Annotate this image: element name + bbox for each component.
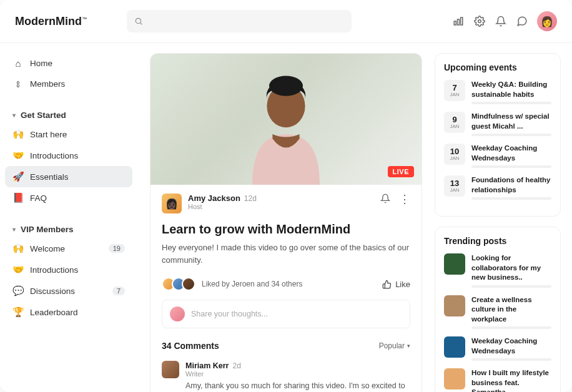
event-title: Foundations of healthy relationships	[471, 175, 551, 195]
nav-label: Essentials	[30, 172, 69, 182]
caret-icon: ▾	[12, 112, 16, 119]
trending-item[interactable]: Looking for collaborators for my new bus…	[444, 253, 551, 288]
nav-icon: ⌂	[12, 58, 24, 69]
event-bar	[471, 102, 551, 104]
event-item[interactable]: 13JAN Foundations of healthy relationshi…	[444, 175, 551, 200]
event-bar	[471, 197, 551, 200]
svg-line-1	[141, 23, 142, 25]
trending-item[interactable]: How I built my lifestyle business feat. …	[444, 368, 551, 392]
nav-icon: 🤝	[12, 264, 24, 275]
nav-item-start-here[interactable]: 🙌Start here	[5, 124, 132, 145]
nav-item-essentials[interactable]: 🚀Essentials	[5, 166, 132, 187]
comment-author[interactable]: Miriam Kerr	[185, 361, 229, 370]
event-date: 7JAN	[444, 80, 465, 101]
live-badge: LIVE	[388, 166, 414, 177]
svg-point-5	[478, 20, 481, 23]
post-author-role: Host	[188, 203, 257, 210]
event-bar	[471, 165, 551, 168]
trending-title: Looking for collaborators for my new bus…	[471, 253, 551, 283]
main-content: LIVE 👩🏿 Amy Jackson12d Host ⋮ Learn to g…	[137, 43, 435, 392]
trending-thumb	[444, 336, 465, 358]
nav-item-introductions[interactable]: 🤝Introductions	[5, 259, 132, 280]
user-avatar[interactable]: 👩	[537, 11, 557, 31]
nav-icon: 🙌	[12, 129, 24, 140]
event-item[interactable]: 10JAN Weekday Coaching Wednesdays	[444, 144, 551, 168]
post-author-name[interactable]: Amy Jackson	[188, 194, 240, 203]
nav-label: Start here	[30, 130, 67, 139]
search-input[interactable]	[127, 10, 352, 32]
more-icon[interactable]: ⋮	[399, 197, 410, 202]
post-author-avatar[interactable]: 👩🏿	[162, 194, 182, 213]
comment-avatar[interactable]	[162, 361, 179, 378]
messages-icon[interactable]	[516, 15, 528, 27]
nav-section-get-started[interactable]: ▾Get Started	[5, 107, 132, 124]
nav-label: Discussions	[30, 287, 75, 296]
events-panel-title: Upcoming events	[444, 62, 551, 72]
nav-label: Introductions	[30, 265, 78, 275]
nav-item-members[interactable]: ⩉Members	[5, 74, 132, 94]
trending-title: How I built my lifestyle business feat. …	[471, 368, 551, 392]
search-container	[127, 10, 352, 32]
trending-title: Weekday Coaching Wednesdays	[471, 336, 551, 356]
trending-thumb	[444, 295, 465, 316]
nav-item-faq[interactable]: 📕FAQ	[5, 187, 132, 208]
trending-item[interactable]: Weekday Coaching Wednesdays	[444, 336, 551, 361]
nav-label: FAQ	[30, 194, 47, 203]
thumbs-up-icon	[382, 280, 392, 289]
liked-by-text: Liked by Jeroen and 34 others	[202, 280, 302, 288]
event-date: 10JAN	[444, 144, 465, 165]
nav-item-discussions[interactable]: 💬Discussions7	[5, 280, 132, 301]
nav-section-vip-members[interactable]: ▾VIP Members	[5, 221, 132, 238]
comment-placeholder: Share your thoughts...	[191, 310, 268, 318]
nav-item-welcome[interactable]: 🙌Welcome19	[5, 238, 132, 259]
event-item[interactable]: 7JAN Weekly Q&A: Building sustainable ha…	[444, 80, 551, 104]
event-title: Weekly Q&A: Building sustainable habits	[471, 80, 551, 99]
right-column: Upcoming events 7JAN Weekly Q&A: Buildin…	[435, 43, 572, 392]
nav-item-leaderboard[interactable]: 🏆Leaderboard	[5, 301, 132, 323]
nav-label: Introductions	[30, 151, 78, 160]
nav-icon: 🏆	[12, 306, 24, 318]
analytics-icon[interactable]	[452, 15, 465, 27]
brand-logo[interactable]: ModernMind™	[15, 15, 87, 28]
nav-icon: 🤝	[12, 150, 24, 161]
post-body: Hey everyone! I made this video to go ov…	[150, 242, 422, 275]
trending-bar	[471, 326, 551, 329]
svg-rect-2	[454, 21, 456, 25]
svg-point-7	[269, 76, 303, 96]
trending-item[interactable]: Create a wellness culture in the workpla…	[444, 295, 551, 330]
top-bar: ModernMind™ 👩	[0, 0, 572, 43]
section-title: VIP Members	[21, 225, 74, 234]
comment-role: Writer	[185, 370, 410, 378]
comment-input[interactable]: Share your thoughts...	[162, 300, 410, 328]
sidebar: ⌂Home⩉Members ▾Get Started🙌Start here🤝In…	[0, 43, 137, 392]
comments-count: 34 Comments	[162, 341, 219, 351]
nav-label: Leaderboard	[30, 308, 78, 317]
nav-icon: 📕	[12, 192, 24, 203]
like-avatars[interactable]	[162, 277, 195, 291]
event-title: Mindfulness w/ special guest Micahl ...	[471, 112, 551, 131]
event-title: Weekday Coaching Wednesdays	[471, 144, 551, 163]
trending-thumb	[444, 368, 465, 390]
section-title: Get Started	[21, 110, 66, 120]
event-date: 9JAN	[444, 112, 465, 133]
nav-item-home[interactable]: ⌂Home	[5, 53, 132, 74]
video-person	[230, 72, 342, 185]
bell-icon[interactable]	[495, 15, 507, 27]
comments-sort-button[interactable]: Popular▾	[379, 341, 410, 350]
comment-body: Amy, thank you so much for sharing this …	[185, 380, 410, 392]
nav-icon: 🚀	[12, 171, 24, 182]
gear-icon[interactable]	[473, 15, 486, 27]
caret-icon: ▾	[12, 226, 16, 233]
nav-item-introductions[interactable]: 🤝Introductions	[5, 145, 132, 166]
post-time: 12d	[244, 194, 257, 203]
trending-bar	[471, 358, 551, 361]
event-bar	[471, 134, 551, 136]
post-card: LIVE 👩🏿 Amy Jackson12d Host ⋮ Learn to g…	[150, 53, 422, 392]
like-button[interactable]: Like	[382, 280, 410, 289]
video-thumbnail[interactable]: LIVE	[150, 54, 422, 185]
nav-badge: 19	[109, 244, 125, 253]
post-title: Learn to grow with ModernMind	[150, 218, 422, 242]
notify-icon[interactable]	[380, 194, 390, 205]
chevron-down-icon: ▾	[407, 343, 410, 349]
event-item[interactable]: 9JAN Mindfulness w/ special guest Micahl…	[444, 112, 551, 136]
